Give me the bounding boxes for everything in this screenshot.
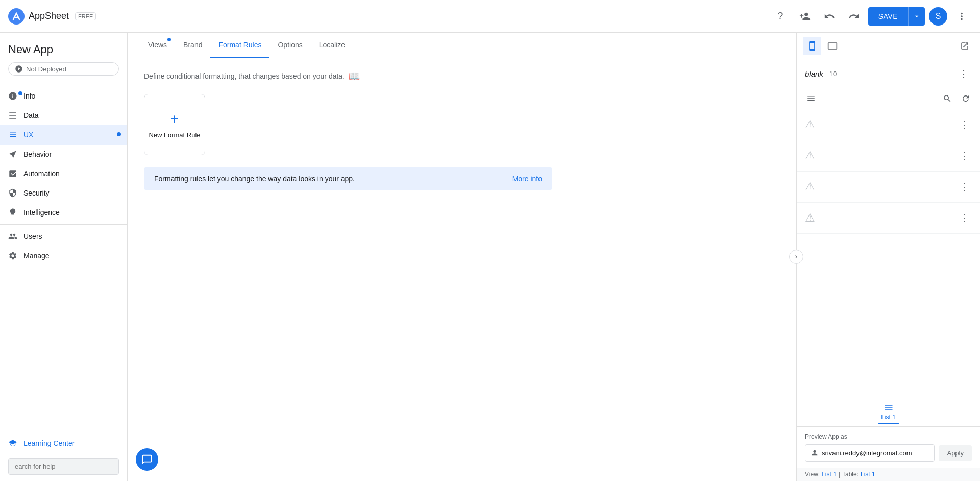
preview-app-as-section: Preview App as srivani.reddy@integromat.… (797, 426, 980, 468)
sidebar-item-manage-label: Manage (23, 252, 50, 260)
behavior-icon (8, 150, 17, 159)
intelligence-icon (8, 208, 17, 217)
top-nav-left: AppSheet FREE (8, 8, 96, 25)
main-layout: New App Not Deployed Info Data UX Behavi… (0, 33, 980, 481)
preview-count: 10 (829, 70, 837, 78)
sidebar-item-ux[interactable]: UX (0, 125, 127, 145)
apply-button[interactable]: Apply (939, 445, 972, 461)
preview-bottom-nav: List 1 (797, 398, 980, 426)
footer-view-link[interactable]: List 1 (822, 471, 837, 478)
tablet-view-button[interactable] (823, 37, 842, 55)
warning-icon-2: ⚠ (805, 149, 815, 162)
sidebar-item-info[interactable]: Info (0, 86, 127, 106)
preview-refresh-button[interactable] (958, 90, 974, 107)
warning-icon-3: ⚠ (805, 180, 815, 194)
list-item: ⚠ ⋮ (797, 172, 980, 203)
ux-icon (8, 130, 17, 139)
learning-center-label: Learning Center (23, 439, 75, 447)
save-dropdown-button[interactable] (908, 7, 925, 26)
help-button[interactable]: ? (770, 6, 791, 27)
deploy-badge[interactable]: Not Deployed (8, 62, 119, 76)
left-sidebar: New App Not Deployed Info Data UX Behavi… (0, 33, 128, 481)
manage-icon (8, 251, 17, 260)
sidebar-item-behavior[interactable]: Behavior (0, 145, 127, 164)
new-format-rule-card[interactable]: + New Format Rule (144, 94, 205, 155)
list-item: ⚠ ⋮ (797, 140, 980, 172)
preview-app-as-label: Preview App as (805, 433, 972, 440)
open-external-button[interactable] (955, 37, 974, 55)
sidebar-item-security-label: Security (23, 189, 50, 197)
preview-nav-label: List 1 (881, 414, 896, 421)
info-box-text: Formatting rules let you change the way … (154, 175, 355, 183)
preview-search-button[interactable] (939, 90, 955, 107)
redo-button[interactable] (844, 6, 864, 27)
preview-content: blank 10 ⋮ (797, 59, 980, 481)
list-item-more-button-1[interactable]: ⋮ (958, 117, 972, 132)
collapse-preview-button[interactable] (789, 250, 803, 264)
warning-icon-1: ⚠ (805, 118, 815, 131)
new-format-rule-label: New Format Rule (149, 131, 200, 139)
description-text: Define conditional formatting, that chan… (144, 72, 345, 80)
sidebar-item-manage[interactable]: Manage (0, 246, 127, 266)
warning-icon-4: ⚠ (805, 211, 815, 225)
preview-nav-indicator (878, 423, 899, 424)
sidebar-spacer (0, 266, 127, 432)
tab-brand[interactable]: Brand (175, 33, 210, 58)
footer-table-label: Table: (842, 471, 859, 478)
sidebar-item-behavior-label: Behavior (23, 150, 52, 158)
tab-options[interactable]: Options (270, 33, 310, 58)
more-info-link[interactable]: More info (512, 175, 542, 183)
user-circle-icon (811, 449, 819, 457)
footer-table-link[interactable]: List 1 (861, 471, 875, 478)
top-nav: AppSheet FREE ? SAVE S (0, 0, 980, 33)
tab-nav: Views Brand Format Rules Options Localiz… (128, 33, 796, 58)
users-icon (8, 232, 17, 241)
footer-view-label: View: (805, 471, 820, 478)
save-button[interactable]: SAVE (868, 7, 908, 26)
info-dot-indicator (18, 91, 22, 95)
preview-email: srivani.reddy@integromat.com (822, 449, 912, 457)
learning-center-icon (8, 439, 17, 448)
sidebar-item-automation-label: Automation (23, 170, 60, 178)
sidebar-item-data[interactable]: Data (0, 106, 127, 125)
undo-button[interactable] (819, 6, 840, 27)
list-item-more-button-3[interactable]: ⋮ (958, 180, 972, 194)
sidebar-item-security[interactable]: Security (0, 183, 127, 203)
user-avatar[interactable]: S (929, 7, 947, 26)
chat-fab-button[interactable] (136, 448, 158, 471)
list-item: ⚠ ⋮ (797, 203, 980, 234)
preview-footer-info: View: List 1 | Table: List 1 (797, 468, 980, 481)
plus-icon: + (170, 111, 179, 127)
app-name: AppSheet (29, 11, 69, 21)
sidebar-item-intelligence[interactable]: Intelligence (0, 203, 127, 222)
sidebar-item-users[interactable]: Users (0, 227, 127, 246)
list-item-more-button-2[interactable]: ⋮ (958, 149, 972, 163)
description-row: Define conditional formatting, that chan… (144, 70, 780, 82)
sidebar-item-users-label: Users (23, 232, 42, 240)
mobile-view-button[interactable] (803, 37, 821, 55)
tab-localize[interactable]: Localize (311, 33, 353, 58)
svg-point-1 (117, 132, 121, 136)
preview-nav-list1[interactable]: List 1 (878, 402, 899, 424)
ux-dot-indicator (117, 132, 121, 136)
more-options-button[interactable] (951, 6, 972, 27)
add-user-button[interactable] (795, 6, 815, 27)
list-item-more-button-4[interactable]: ⋮ (958, 211, 972, 225)
device-icons (803, 37, 842, 55)
free-badge: FREE (75, 12, 96, 20)
preview-toolbar (797, 88, 980, 109)
tab-format-rules[interactable]: Format Rules (210, 33, 270, 58)
automation-icon (8, 169, 17, 178)
search-help-input[interactable] (8, 458, 119, 475)
tab-views[interactable]: Views (140, 33, 175, 58)
main-content: Define conditional formatting, that chan… (128, 58, 796, 481)
preview-menu-button[interactable] (803, 90, 819, 107)
deploy-icon (15, 65, 23, 73)
content-wrapper: Views Brand Format Rules Options Localiz… (128, 33, 980, 481)
sidebar-item-automation[interactable]: Automation (0, 164, 127, 183)
format-rules-grid: + New Format Rule (144, 94, 780, 155)
preview-header-more-button[interactable]: ⋮ (955, 65, 972, 82)
list-item: ⚠ ⋮ (797, 109, 980, 140)
learning-center-item[interactable]: Learning Center (0, 432, 127, 454)
info-box: Formatting rules let you change the way … (144, 167, 552, 190)
